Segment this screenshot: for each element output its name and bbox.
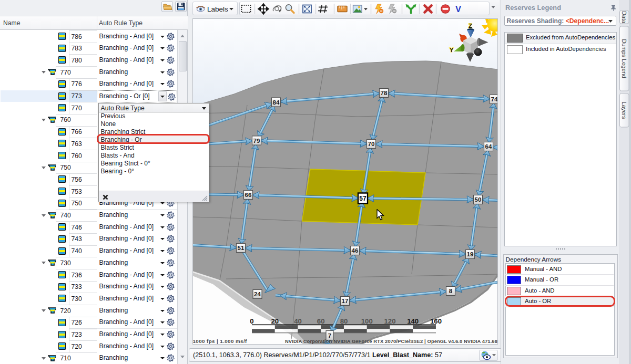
svg-text:20: 20: [271, 317, 279, 325]
svg-text:160: 160: [430, 317, 442, 325]
svg-text:46: 46: [352, 247, 359, 254]
svg-text:84: 84: [273, 99, 280, 106]
svg-text:66: 66: [245, 192, 252, 198]
svg-text:Y: Y: [450, 47, 454, 53]
svg-text:Dumps Legend: Dumps Legend: [621, 39, 627, 78]
svg-text:50: 50: [475, 196, 482, 203]
svg-text:Layers: Layers: [621, 101, 627, 119]
svg-text:Labels: Labels: [207, 5, 228, 13]
svg-text:57: 57: [359, 195, 367, 202]
svg-text:Z: Z: [469, 23, 472, 29]
svg-text:79: 79: [253, 138, 260, 144]
svg-text:8: 8: [449, 288, 453, 294]
svg-text:40: 40: [294, 317, 302, 325]
svg-text:70: 70: [368, 141, 375, 147]
svg-text:Data: Data: [621, 11, 627, 24]
svg-text:V: V: [455, 4, 461, 14]
svg-text:64: 64: [485, 143, 492, 150]
svg-text:19: 19: [467, 251, 474, 257]
svg-text:74: 74: [491, 96, 498, 102]
svg-text:51: 51: [238, 245, 245, 251]
svg-text:0: 0: [250, 317, 253, 325]
svg-text:24: 24: [254, 291, 261, 297]
svg-text:17: 17: [342, 298, 349, 304]
svg-text:120: 120: [384, 317, 395, 325]
svg-text:60: 60: [317, 317, 325, 325]
svg-text:140: 140: [407, 317, 419, 325]
svg-text:NVIDIA Corporation NVIDIA GeFo: NVIDIA Corporation NVIDIA GeForce RTX 20…: [285, 338, 497, 344]
svg-text:1000 fps | 1.000 ms/f: 1000 fps | 1.000 ms/f: [193, 338, 248, 344]
svg-text:80: 80: [340, 317, 348, 325]
svg-text:78: 78: [381, 90, 388, 96]
svg-text:100: 100: [361, 317, 373, 325]
